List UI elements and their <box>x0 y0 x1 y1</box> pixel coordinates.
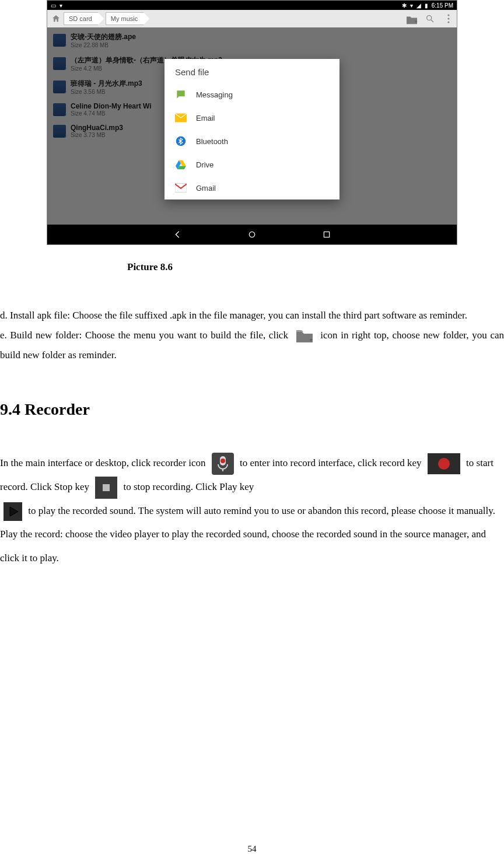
svg-rect-10 <box>324 232 329 237</box>
recorder-paragraph: In the main interface or desktop, click … <box>0 452 504 570</box>
record-button-icon <box>428 453 460 474</box>
stop-button-icon <box>95 477 117 499</box>
svg-rect-19 <box>103 484 110 491</box>
home-icon[interactable] <box>51 13 61 24</box>
recent-apps-button[interactable] <box>321 229 332 240</box>
file-list-backdrop: 安琥-天使的翅膀.ape Size 22.88 MB （左声道）单身情歌-（右声… <box>47 27 457 225</box>
signal-icon: ◢ <box>416 2 421 9</box>
rec-t1: In the main interface or desktop, click … <box>0 457 208 468</box>
page-number: 54 <box>0 844 504 854</box>
share-option-drive[interactable]: Drive <box>164 153 340 176</box>
share-option-gmail[interactable]: Gmail <box>164 176 340 200</box>
rec-t4: to stop recording. Click Play key <box>123 481 254 492</box>
send-file-dialog: Send file Messaging Email <box>164 59 340 200</box>
svg-point-5 <box>447 21 449 23</box>
bluetooth-icon <box>175 135 187 147</box>
play-button-icon <box>4 502 22 521</box>
figure-caption: Picture 8.6 <box>127 261 504 273</box>
messaging-icon <box>175 89 187 100</box>
breadcrumb-sd-card[interactable]: SD card <box>64 12 99 25</box>
share-option-label: Email <box>196 114 215 123</box>
svg-point-9 <box>249 232 254 237</box>
svg-point-14 <box>220 459 225 463</box>
share-option-bluetooth[interactable]: Bluetooth <box>164 130 340 153</box>
file-manager-toolbar: SD card My music + <box>47 10 457 27</box>
dialog-title: Send file <box>164 59 340 83</box>
breadcrumb-my-music[interactable]: My music <box>106 12 144 25</box>
svg-text:+: + <box>415 19 418 24</box>
recorder-app-icon <box>212 453 234 475</box>
rec-t2: to enter into record interface, click re… <box>240 457 424 468</box>
new-folder-inline-icon: + <box>295 328 314 344</box>
rec-t5: to play the recorded sound. The system w… <box>28 505 495 516</box>
share-option-label: Messaging <box>196 90 233 99</box>
notif-icon: ▾ <box>60 2 62 9</box>
share-option-label: Gmail <box>196 184 216 192</box>
section-heading: 9.4 Recorder <box>0 400 504 419</box>
search-icon[interactable] <box>425 14 435 23</box>
svg-point-3 <box>447 14 449 16</box>
svg-text:+: + <box>309 336 313 343</box>
email-icon <box>175 112 187 124</box>
share-option-label: Drive <box>196 160 214 169</box>
back-button[interactable] <box>172 229 183 240</box>
status-time: 6:15 PM <box>432 2 453 9</box>
share-option-messaging[interactable]: Messaging <box>164 83 340 106</box>
bluetooth-icon: ✱ <box>402 2 407 9</box>
drive-icon <box>175 159 187 170</box>
svg-line-2 <box>431 20 433 22</box>
svg-point-4 <box>447 18 449 19</box>
wifi-icon: ▾ <box>410 2 413 9</box>
home-button[interactable] <box>247 229 257 240</box>
rec-t6: Play the record: choose the video player… <box>0 528 486 564</box>
android-nav-bar <box>47 225 457 244</box>
share-option-label: Bluetooth <box>196 137 228 146</box>
paragraph-d: d. Install apk file: Choose the file suf… <box>0 306 504 326</box>
new-folder-icon[interactable]: + <box>405 15 416 23</box>
gmail-icon <box>175 182 187 194</box>
svg-point-1 <box>427 16 432 20</box>
share-option-email[interactable]: Email <box>164 106 340 130</box>
overflow-menu-icon[interactable] <box>444 14 453 23</box>
svg-point-17 <box>438 458 450 470</box>
battery-icon: ▮ <box>425 2 428 9</box>
notif-icon: ▭ <box>51 2 56 9</box>
screenshot-figure: ▭ ▾ ✱ ▾ ◢ ▮ 6:15 PM SD card My music + <box>47 0 457 245</box>
paragraph-e: e. Build new folder: Choose the menu you… <box>0 326 504 365</box>
android-status-bar: ▭ ▾ ✱ ▾ ◢ ▮ 6:15 PM <box>47 1 457 10</box>
para-e-text-1: e. Build new folder: Choose the menu you… <box>0 330 292 341</box>
